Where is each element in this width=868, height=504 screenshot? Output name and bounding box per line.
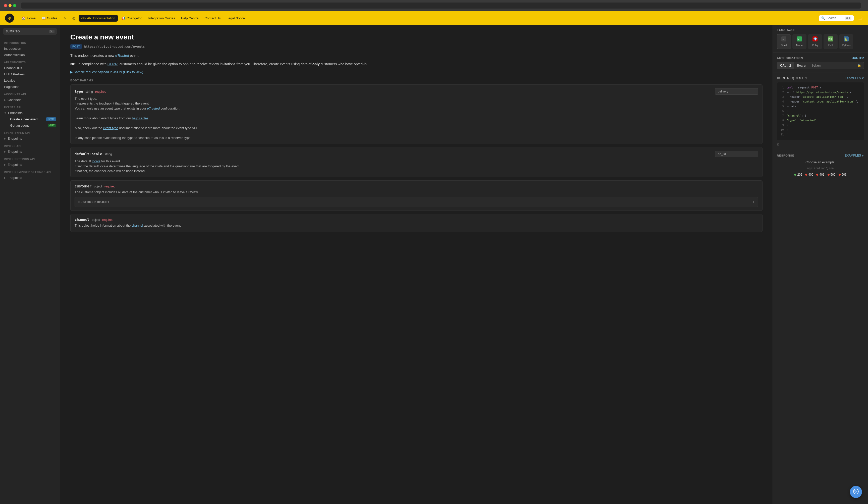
search-box[interactable]: 🔍 Search ⌘K <box>819 15 854 21</box>
param-type-desc: The event type. It represents the touchp… <box>75 96 758 141</box>
curl-section: CURL REQUEST ∨ EXAMPLES ∨ 1 curl --reque… <box>773 73 868 150</box>
nav-contact[interactable]: Contact Us <box>202 15 223 22</box>
param-locale-input[interactable] <box>715 151 758 157</box>
nav-right: 🔍 Search ⌘K 🌙 <box>819 15 863 21</box>
nb-text: NB: In compliance with GDPR, customers s… <box>70 61 763 67</box>
event-type-link[interactable]: event type <box>103 126 118 130</box>
sidebar-item-introduction[interactable]: Introduction <box>0 45 60 52</box>
param-default-locale: defaultLocale string The default locale … <box>70 147 763 177</box>
python-icon: 🐍 <box>844 37 849 43</box>
minimize-dot[interactable] <box>9 4 12 7</box>
sidebar-item-uuid-prefixes[interactable]: UUID Prefixes <box>0 71 60 78</box>
locale-link[interactable]: locale <box>92 159 101 163</box>
sidebar-item-endpoints[interactable]: ▼ Endpoints <box>0 110 60 116</box>
sidebar-item-locales[interactable]: Locales <box>0 78 60 84</box>
status-503[interactable]: 503 <box>839 173 847 176</box>
param-type-type: string <box>85 90 93 93</box>
status-401[interactable]: 401 <box>816 173 824 176</box>
lang-more[interactable]: ⋮ <box>855 37 861 47</box>
section-accounts-label: ACCOUNTS API <box>0 90 60 97</box>
nav-changelog[interactable]: 📢 Changelog <box>119 15 145 22</box>
code-line-2: 2 --url https://api.etrusted.com/events … <box>780 90 861 95</box>
method-badge: POST <box>70 44 82 49</box>
browser-url-bar[interactable] <box>21 2 861 9</box>
param-type-header: type string required <box>75 88 758 95</box>
ruby-label: Ruby <box>812 44 818 47</box>
chevron-down-icon: ▼ <box>4 112 7 114</box>
code-line-6: 6 { <box>780 109 861 114</box>
sidebar-item-invite-settings-endpoints[interactable]: ▶ Endpoints <box>0 162 60 168</box>
sidebar-item-channel-ids[interactable]: Channel IDs <box>0 65 60 71</box>
page-title: Create a new event <box>70 33 763 41</box>
param-channel-desc: This object holds information about the … <box>75 223 758 228</box>
param-channel-type: object <box>92 218 100 222</box>
nav-legal[interactable]: Legal Notice <box>224 15 247 22</box>
code-line-8: 8 "type": "etrusted" <box>780 119 861 123</box>
lang-ruby[interactable]: 💎 Ruby <box>808 34 822 49</box>
response-examples-link[interactable]: EXAMPLES ∨ <box>845 154 864 157</box>
lang-php[interactable]: PHP PHP <box>824 34 838 49</box>
nav-help[interactable]: Help Centre <box>178 15 201 22</box>
dot-401 <box>816 174 818 176</box>
language-label: LANGUAGE <box>777 29 864 32</box>
sidebar-item-invite-reminder-endpoints[interactable]: ▶ Endpoints <box>0 175 60 181</box>
auth-label: AUTHORIZATION <box>777 56 803 60</box>
nav-api-docs[interactable]: </> API Documentation <box>79 15 118 22</box>
auth-tab-bearer[interactable]: Bearer <box>794 62 809 69</box>
auth-token-input[interactable] <box>809 62 855 69</box>
nav-integration[interactable]: Integration Guides <box>146 15 178 22</box>
shell-label: Shell <box>781 44 787 47</box>
fab-button[interactable] <box>850 486 862 498</box>
badge-post: POST <box>46 117 56 121</box>
sidebar-item-pagination[interactable]: Pagination <box>0 84 60 90</box>
lang-node[interactable]: N Node <box>793 34 806 49</box>
node-label: Node <box>796 44 803 47</box>
python-label: Python <box>842 44 850 47</box>
channel-link[interactable]: channel <box>132 224 143 227</box>
theme-toggle[interactable]: 🌙 <box>858 16 863 21</box>
param-locale-desc: The default locale for this event. If se… <box>75 159 758 174</box>
examples-link[interactable]: EXAMPLES ∨ <box>845 76 864 80</box>
maximize-dot[interactable] <box>13 4 16 7</box>
nav-home[interactable]: 🏠 Home <box>19 15 38 22</box>
customer-object-toggle[interactable]: CUSTOMER OBJECT + <box>75 197 758 207</box>
status-400[interactable]: 400 <box>805 173 813 176</box>
help-centre-link[interactable]: help centre <box>132 116 148 120</box>
nav-items: 🏠 Home 📖 Guides ⚠ ◎ </> API Documentatio… <box>19 15 819 22</box>
status-500[interactable]: 500 <box>828 173 836 176</box>
chevron-down-curl: ∨ <box>805 76 807 80</box>
sidebar-item-create-event[interactable]: Create a new event POST <box>0 116 60 122</box>
param-channel-header: channel object required <box>75 218 758 222</box>
sidebar-item-invites-endpoints[interactable]: ▶ Endpoints <box>0 148 60 155</box>
sidebar-item-authentication[interactable]: Authentication <box>0 52 60 58</box>
nav-circle[interactable]: ◎ <box>70 15 78 22</box>
code-line-10: 10 } <box>780 127 861 132</box>
sidebar-item-channels[interactable]: ▶ Channels <box>0 97 60 103</box>
response-title: RESPONSE <box>777 154 794 157</box>
code-block: 1 curl --request POST \ 2 --url https://… <box>777 82 864 140</box>
lang-shell[interactable]: >_ Shell <box>777 34 791 49</box>
status-202[interactable]: 202 <box>794 173 802 176</box>
param-channel-name: channel <box>75 218 90 222</box>
sidebar-item-event-types-endpoints[interactable]: ▶ Endpoints <box>0 135 60 142</box>
copy-button[interactable]: ⧉ <box>777 142 864 146</box>
nav-alert[interactable]: ⚠ <box>61 15 69 22</box>
sidebar-item-get-event[interactable]: Get an event GET <box>0 122 60 128</box>
param-type-input[interactable] <box>715 88 758 95</box>
sample-payload-toggle[interactable]: ▶ Sample request payload in JSON (Click … <box>70 70 763 74</box>
lang-options: >_ Shell N Node 💎 Ruby <box>777 34 864 49</box>
lang-python[interactable]: 🐍 Python <box>839 34 853 49</box>
param-type-name: type <box>75 90 83 93</box>
nav-guides[interactable]: 📖 Guides <box>39 15 60 22</box>
section-event-types-label: EVENT TYPES API <box>0 128 60 135</box>
param-customer-header: customer object required <box>75 184 758 188</box>
auth-tab-oauth2[interactable]: OAuth2 <box>777 62 794 69</box>
jump-to[interactable]: JUMP TO ⌘/ <box>3 28 57 35</box>
circle-icon: ◎ <box>72 16 75 20</box>
gdpr-link[interactable]: GDPR <box>107 62 117 66</box>
section-intro-label: INTRODUCTION <box>0 39 60 45</box>
close-dot[interactable] <box>4 4 7 7</box>
search-icon: 🔍 <box>821 16 825 20</box>
logo: e <box>5 13 14 23</box>
badge-get: GET <box>48 124 56 127</box>
